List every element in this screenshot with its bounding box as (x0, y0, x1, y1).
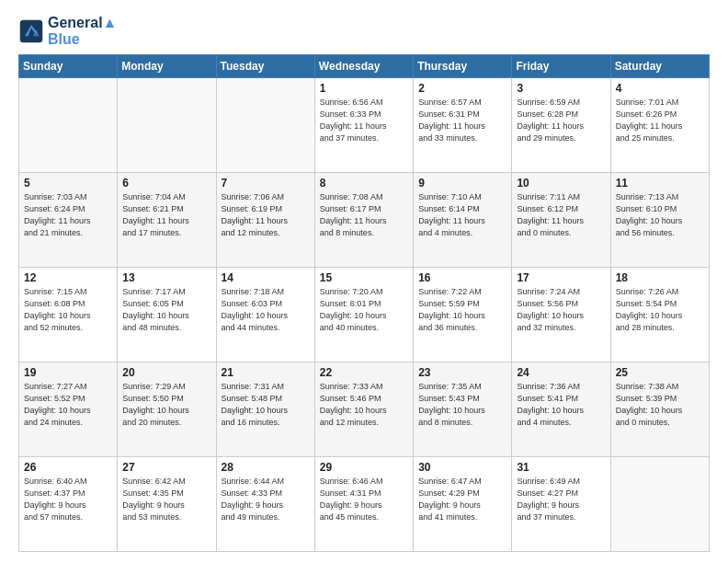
day-info: Sunrise: 7:35 AM Sunset: 5:43 PM Dayligh… (418, 381, 506, 429)
day-number: 8 (320, 177, 408, 190)
day-info: Sunrise: 6:44 AM Sunset: 4:33 PM Dayligh… (222, 476, 310, 523)
day-number: 17 (517, 271, 605, 284)
day-number: 13 (122, 271, 210, 284)
day-number: 1 (320, 82, 408, 95)
calendar-week-row: 26Sunrise: 6:40 AM Sunset: 4:37 PM Dayli… (19, 457, 710, 552)
calendar-cell: 13Sunrise: 7:17 AM Sunset: 6:05 PM Dayli… (118, 268, 216, 362)
day-info: Sunrise: 7:29 AM Sunset: 5:50 PM Dayligh… (122, 381, 210, 429)
calendar-week-row: 19Sunrise: 7:27 AM Sunset: 5:52 PM Dayli… (19, 362, 710, 457)
day-number: 5 (24, 177, 112, 190)
day-info: Sunrise: 7:27 AM Sunset: 5:52 PM Dayligh… (24, 381, 112, 429)
day-number: 7 (222, 177, 310, 190)
calendar-cell: 16Sunrise: 7:22 AM Sunset: 5:59 PM Dayli… (414, 268, 512, 362)
weekday-header: Monday (118, 55, 216, 78)
day-number: 21 (222, 366, 310, 379)
calendar-cell: 1Sunrise: 6:56 AM Sunset: 6:33 PM Daylig… (314, 78, 413, 173)
calendar-week-row: 5Sunrise: 7:03 AM Sunset: 6:24 PM Daylig… (19, 173, 710, 268)
day-number: 4 (616, 82, 704, 95)
logo-text: General▲ Blue (48, 15, 117, 47)
calendar-cell: 9Sunrise: 7:10 AM Sunset: 6:14 PM Daylig… (414, 173, 512, 268)
calendar-cell: 4Sunrise: 7:01 AM Sunset: 6:26 PM Daylig… (610, 78, 709, 173)
calendar-header: SundayMondayTuesdayWednesdayThursdayFrid… (19, 55, 710, 78)
day-info: Sunrise: 7:06 AM Sunset: 6:19 PM Dayligh… (222, 191, 310, 239)
day-number: 18 (616, 271, 704, 284)
day-info: Sunrise: 7:22 AM Sunset: 5:59 PM Dayligh… (418, 286, 506, 334)
day-info: Sunrise: 6:42 AM Sunset: 4:35 PM Dayligh… (122, 476, 210, 523)
day-number: 30 (418, 461, 506, 474)
calendar-cell (118, 78, 216, 173)
day-info: Sunrise: 7:36 AM Sunset: 5:41 PM Dayligh… (517, 381, 605, 429)
day-info: Sunrise: 7:20 AM Sunset: 6:01 PM Dayligh… (320, 286, 408, 334)
calendar-cell: 17Sunrise: 7:24 AM Sunset: 5:56 PM Dayli… (512, 268, 610, 362)
day-number: 20 (122, 366, 210, 379)
day-number: 23 (418, 366, 506, 379)
day-number: 24 (517, 366, 605, 379)
day-info: Sunrise: 7:08 AM Sunset: 6:17 PM Dayligh… (320, 191, 408, 239)
day-info: Sunrise: 7:11 AM Sunset: 6:12 PM Dayligh… (517, 191, 605, 239)
day-info: Sunrise: 7:13 AM Sunset: 6:10 PM Dayligh… (616, 191, 704, 239)
day-info: Sunrise: 6:47 AM Sunset: 4:29 PM Dayligh… (418, 476, 506, 523)
day-info: Sunrise: 7:17 AM Sunset: 6:05 PM Dayligh… (122, 286, 210, 334)
calendar-cell: 6Sunrise: 7:04 AM Sunset: 6:21 PM Daylig… (118, 173, 216, 268)
calendar-cell (610, 457, 709, 552)
header: General▲ Blue (18, 15, 710, 47)
calendar-cell: 11Sunrise: 7:13 AM Sunset: 6:10 PM Dayli… (610, 173, 709, 268)
calendar-cell: 30Sunrise: 6:47 AM Sunset: 4:29 PM Dayli… (414, 457, 512, 552)
day-info: Sunrise: 7:31 AM Sunset: 5:48 PM Dayligh… (222, 381, 310, 429)
calendar-cell (19, 78, 118, 173)
calendar-cell: 22Sunrise: 7:33 AM Sunset: 5:46 PM Dayli… (314, 362, 413, 457)
calendar-cell: 19Sunrise: 7:27 AM Sunset: 5:52 PM Dayli… (19, 362, 118, 457)
calendar-cell: 20Sunrise: 7:29 AM Sunset: 5:50 PM Dayli… (118, 362, 216, 457)
calendar-cell: 24Sunrise: 7:36 AM Sunset: 5:41 PM Dayli… (512, 362, 610, 457)
calendar-cell: 2Sunrise: 6:57 AM Sunset: 6:31 PM Daylig… (414, 78, 512, 173)
weekday-header: Friday (512, 55, 610, 78)
logo-icon (18, 18, 44, 44)
day-number: 16 (418, 271, 506, 284)
calendar-cell: 10Sunrise: 7:11 AM Sunset: 6:12 PM Dayli… (512, 173, 610, 268)
calendar-cell: 23Sunrise: 7:35 AM Sunset: 5:43 PM Dayli… (414, 362, 512, 457)
calendar-cell: 18Sunrise: 7:26 AM Sunset: 5:54 PM Dayli… (610, 268, 709, 362)
calendar-cell: 25Sunrise: 7:38 AM Sunset: 5:39 PM Dayli… (610, 362, 709, 457)
day-number: 10 (517, 177, 605, 190)
day-info: Sunrise: 7:33 AM Sunset: 5:46 PM Dayligh… (320, 381, 408, 429)
day-info: Sunrise: 7:10 AM Sunset: 6:14 PM Dayligh… (418, 191, 506, 239)
calendar-cell: 29Sunrise: 6:46 AM Sunset: 4:31 PM Dayli… (314, 457, 413, 552)
calendar-cell: 5Sunrise: 7:03 AM Sunset: 6:24 PM Daylig… (19, 173, 118, 268)
calendar-cell: 15Sunrise: 7:20 AM Sunset: 6:01 PM Dayli… (314, 268, 413, 362)
weekday-header: Thursday (414, 55, 512, 78)
calendar-table: SundayMondayTuesdayWednesdayThursdayFrid… (18, 54, 710, 552)
calendar-cell: 8Sunrise: 7:08 AM Sunset: 6:17 PM Daylig… (314, 173, 413, 268)
weekday-header: Tuesday (216, 55, 314, 78)
calendar-cell: 7Sunrise: 7:06 AM Sunset: 6:19 PM Daylig… (216, 173, 314, 268)
day-number: 14 (222, 271, 310, 284)
day-number: 3 (517, 82, 605, 95)
day-number: 29 (320, 461, 408, 474)
svg-rect-0 (20, 19, 43, 42)
calendar-page: General▲ Blue SundayMondayTuesdayWednesd… (0, 0, 728, 563)
day-info: Sunrise: 6:46 AM Sunset: 4:31 PM Dayligh… (320, 476, 408, 523)
day-info: Sunrise: 7:38 AM Sunset: 5:39 PM Dayligh… (616, 381, 704, 429)
day-info: Sunrise: 7:18 AM Sunset: 6:03 PM Dayligh… (222, 286, 310, 334)
weekday-header: Wednesday (314, 55, 413, 78)
day-info: Sunrise: 6:57 AM Sunset: 6:31 PM Dayligh… (418, 97, 506, 144)
calendar-week-row: 1Sunrise: 6:56 AM Sunset: 6:33 PM Daylig… (19, 78, 710, 173)
day-info: Sunrise: 7:15 AM Sunset: 6:08 PM Dayligh… (24, 286, 112, 334)
day-number: 15 (320, 271, 408, 284)
day-number: 28 (222, 461, 310, 474)
calendar-cell: 27Sunrise: 6:42 AM Sunset: 4:35 PM Dayli… (118, 457, 216, 552)
calendar-cell: 31Sunrise: 6:49 AM Sunset: 4:27 PM Dayli… (512, 457, 610, 552)
calendar-cell: 28Sunrise: 6:44 AM Sunset: 4:33 PM Dayli… (216, 457, 314, 552)
day-number: 26 (24, 461, 112, 474)
day-number: 9 (418, 177, 506, 190)
day-number: 2 (418, 82, 506, 95)
weekday-header: Saturday (610, 55, 709, 78)
calendar-cell: 21Sunrise: 7:31 AM Sunset: 5:48 PM Dayli… (216, 362, 314, 457)
day-number: 25 (616, 366, 704, 379)
calendar-week-row: 12Sunrise: 7:15 AM Sunset: 6:08 PM Dayli… (19, 268, 710, 362)
calendar-cell: 3Sunrise: 6:59 AM Sunset: 6:28 PM Daylig… (512, 78, 610, 173)
day-info: Sunrise: 7:01 AM Sunset: 6:26 PM Dayligh… (616, 97, 704, 144)
weekday-header: Sunday (19, 55, 118, 78)
day-info: Sunrise: 7:04 AM Sunset: 6:21 PM Dayligh… (122, 191, 210, 239)
day-info: Sunrise: 6:49 AM Sunset: 4:27 PM Dayligh… (517, 476, 605, 523)
weekday-row: SundayMondayTuesdayWednesdayThursdayFrid… (19, 55, 710, 78)
